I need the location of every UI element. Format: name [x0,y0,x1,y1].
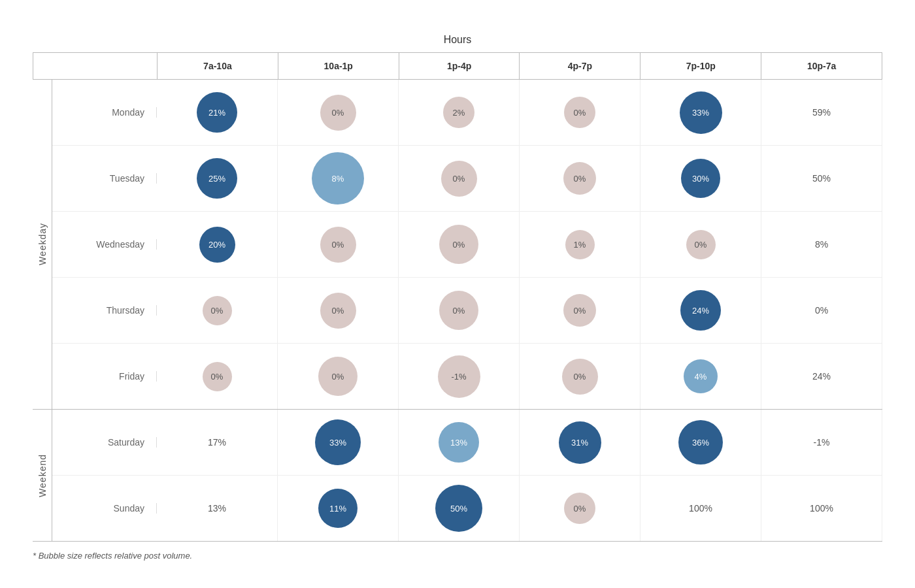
bubble-0-1-0: 25% [197,158,237,199]
cell-0-0-1: 0% [278,80,399,145]
day-label-1-0: Saturday [52,437,157,448]
cell-1-1-3: 0% [520,476,640,541]
day-label-0-1: Tuesday [52,173,157,184]
plain-value-0-2-5: 8% [815,239,828,250]
bubble-1-0-2: 13% [439,422,479,463]
cell-0-2-1: 0% [278,212,399,277]
day-label-0-0: Monday [52,107,157,118]
chart-title: Hours [33,34,882,46]
cell-0-4-0: 0% [157,344,278,409]
bubble-0-0-4: 33% [680,91,722,134]
cell-0-3-3: 0% [520,278,640,343]
day-label-0-3: Thursday [52,305,157,316]
section-1: WeekendSaturday17%33%13%31%36%-1%Sunday1… [33,410,882,542]
cell-0-1-0: 25% [157,146,278,211]
bubble-0-3-2: 0% [439,291,478,330]
bubble-0-2-3: 1% [565,230,595,259]
col-header-0: 7a-10a [158,53,278,79]
bubble-0-2-1: 0% [320,227,356,263]
day-label-1-1: Sunday [52,503,157,514]
row-0-3: Thursday0%0%0%0%24%0% [52,278,882,344]
plain-value-0-4-5: 24% [812,371,831,382]
col-header-3: 4p-7p [520,53,640,79]
col-header-2: 1p-4p [399,53,520,79]
cell-0-4-5: 24% [761,344,882,409]
bubble-1-1-2: 50% [435,485,482,532]
cell-0-4-2: -1% [399,344,520,409]
row-1-0: Saturday17%33%13%31%36%-1% [52,410,882,476]
cell-0-2-3: 1% [520,212,640,277]
bubble-0-1-4: 30% [681,159,720,198]
section-label-0: Weekday [37,223,48,265]
bubble-0-1-2: 0% [441,161,477,197]
bubble-0-1-1: 8% [312,152,364,204]
cell-0-1-2: 0% [399,146,520,211]
bubble-0-2-4: 0% [686,230,716,259]
row-0-2: Wednesday20%0%0%1%0%8% [52,212,882,278]
bubble-0-1-3: 0% [563,162,596,195]
cell-1-0-4: 36% [640,410,761,475]
bubble-1-0-3: 31% [559,421,601,464]
plain-value-1-1-4: 100% [689,503,712,514]
plain-value-1-0-0: 17% [208,437,226,448]
bubble-1-0-1: 33% [315,419,361,465]
col-header-1: 10a-1p [278,53,399,79]
cell-1-1-1: 11% [278,476,399,541]
bubble-0-4-4: 4% [684,359,718,393]
cell-0-0-4: 33% [640,80,761,145]
cell-1-0-1: 33% [278,410,399,475]
cell-1-1-4: 100% [640,476,761,541]
row-0-0: Monday21%0%2%0%33%59% [52,80,882,146]
bubble-0-0-2: 2% [443,97,474,128]
cell-0-4-1: 0% [278,344,399,409]
cell-0-0-5: 59% [761,80,882,145]
cell-1-1-5: 100% [761,476,882,541]
plain-value-1-0-5: -1% [814,437,830,448]
section-0: WeekdayMonday21%0%2%0%33%59%Tuesday25%8%… [33,80,882,410]
bubble-1-1-1: 11% [318,489,358,528]
day-label-0-4: Friday [52,371,157,382]
cell-0-1-1: 8% [278,146,399,211]
day-label-0-2: Wednesday [52,239,157,250]
row-0-4: Friday0%0%-1%0%4%24% [52,344,882,409]
col-header-4: 7p-10p [640,53,761,79]
cell-0-4-3: 0% [520,344,640,409]
plain-value-0-1-5: 50% [812,173,831,184]
bubble-0-3-0: 0% [203,296,232,325]
bubble-0-3-1: 0% [320,293,356,329]
cell-0-3-0: 0% [157,278,278,343]
plain-value-0-0-5: 59% [812,107,831,118]
bubble-0-3-4: 24% [680,290,721,331]
bubble-0-3-3: 0% [563,294,596,327]
bubble-0-4-3: 0% [562,359,598,395]
bubble-1-0-4: 36% [678,420,723,465]
chart-wrapper: Hours 7a-10a10a-1p1p-4p4p-7p7p-10p10p-7a… [20,14,895,574]
cell-0-4-4: 4% [640,344,761,409]
cell-0-2-2: 0% [399,212,520,277]
cell-0-0-3: 0% [520,80,640,145]
plain-value-0-3-5: 0% [815,305,828,316]
bubble-1-1-3: 0% [564,493,595,524]
cell-1-0-2: 13% [399,410,520,475]
cell-1-0-3: 31% [520,410,640,475]
cell-0-0-2: 2% [399,80,520,145]
cell-0-3-1: 0% [278,278,399,343]
bubble-0-4-1: 0% [318,357,358,396]
plain-value-1-1-0: 13% [208,503,226,514]
bubble-0-4-0: 0% [203,362,232,391]
cell-0-1-5: 50% [761,146,882,211]
bubble-0-0-1: 0% [320,95,356,131]
cell-0-0-0: 21% [157,80,278,145]
cell-0-3-2: 0% [399,278,520,343]
bubble-0-0-3: 0% [564,97,595,128]
section-label-1: Weekend [37,454,48,497]
bubble-0-2-2: 0% [439,225,478,264]
bubble-0-2-0: 20% [199,227,235,263]
col-header-5: 10p-7a [761,53,882,79]
plain-value-1-1-5: 100% [810,503,833,514]
cell-0-2-4: 0% [640,212,761,277]
cell-1-1-2: 50% [399,476,520,541]
cell-0-1-4: 30% [640,146,761,211]
cell-0-3-5: 0% [761,278,882,343]
cell-0-2-0: 20% [157,212,278,277]
